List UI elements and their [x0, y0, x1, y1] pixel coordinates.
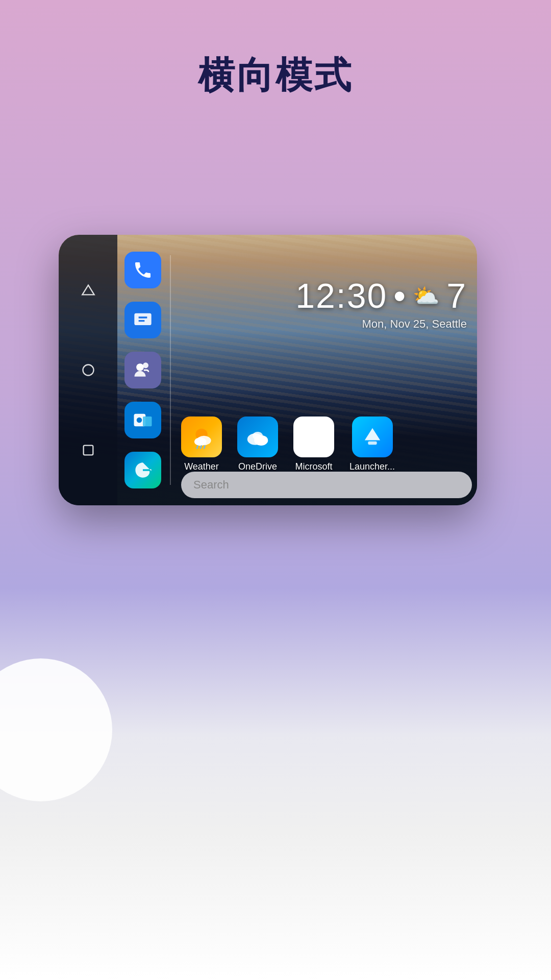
onedrive-grid-icon: [237, 416, 278, 457]
outlook-app-icon: [124, 402, 161, 438]
phone-icon: [133, 260, 153, 280]
clock-display: 12:30 • ⛅ 7: [295, 276, 467, 315]
svg-rect-3: [134, 313, 151, 325]
sidebar-app-phone[interactable]: [124, 252, 161, 288]
home-nav-button[interactable]: [77, 359, 99, 381]
teams-icon: [132, 359, 154, 381]
svg-rect-21: [368, 442, 377, 445]
clock-weather-area: 12:30 • ⛅ 7 Mon, Nov 25, Seattle: [295, 276, 467, 331]
square-icon: [81, 443, 95, 457]
edge-app-icon: [124, 452, 161, 488]
outlook-icon: [132, 409, 154, 431]
svg-point-13: [194, 437, 206, 446]
svg-point-7: [136, 363, 144, 371]
messages-icon: [133, 310, 153, 330]
svg-line-16: [204, 445, 205, 449]
teams-app-icon: [124, 352, 161, 388]
phone-app-icon: [124, 252, 161, 288]
onedrive-app-label: OneDrive: [238, 461, 277, 472]
weather-grid-icon: [181, 416, 222, 457]
grid-app-onedrive[interactable]: OneDrive: [237, 416, 278, 472]
grid-app-microsoft365[interactable]: Microsoft: [293, 416, 334, 472]
recents-nav-button[interactable]: [77, 439, 99, 461]
grid-app-weather[interactable]: Weather: [181, 416, 222, 472]
messages-app-icon: [124, 302, 161, 338]
svg-marker-0: [82, 285, 94, 295]
svg-rect-2: [83, 445, 93, 455]
microsoft365-app-label: Microsoft: [295, 461, 332, 472]
launcher-app-label: Launcher...: [349, 461, 395, 472]
microsoft365-grid-icon: [293, 416, 334, 457]
svg-point-19: [253, 432, 263, 440]
date-display: Mon, Nov 25, Seattle: [295, 317, 467, 331]
sidebar-app-messages[interactable]: [124, 302, 161, 338]
sidebar-divider: [170, 255, 171, 485]
search-bar[interactable]: Search: [181, 472, 472, 498]
svg-point-1: [83, 364, 93, 375]
circle-icon: [81, 363, 95, 377]
onedrive-app-graphic: [244, 423, 271, 451]
weather-app-graphic: [187, 423, 216, 451]
temperature-text: 7: [446, 276, 467, 315]
svg-point-10: [137, 418, 142, 423]
triangle-icon: [81, 283, 95, 297]
sidebar-app-teams[interactable]: [124, 352, 161, 388]
app-grid: Weather OneDrive Microsoft: [181, 416, 472, 472]
nav-sidebar: [59, 235, 117, 505]
grid-app-launcher[interactable]: Launcher...: [349, 416, 395, 472]
weather-app-label: Weather: [184, 461, 219, 472]
svg-line-14: [197, 445, 198, 449]
page-title: 横向模式: [0, 51, 551, 100]
sidebar-app-edge[interactable]: [124, 452, 161, 488]
weather-icon-inline: ⛅: [413, 283, 440, 308]
launcher-grid-icon: [352, 416, 393, 457]
back-nav-button[interactable]: [77, 279, 99, 301]
svg-marker-20: [364, 428, 380, 440]
edge-icon: [132, 459, 154, 481]
search-placeholder-text: Search: [193, 478, 229, 492]
time-text: 12:30: [295, 276, 387, 315]
svg-rect-9: [143, 416, 152, 426]
decorative-blob: [0, 658, 112, 801]
launcher-app-graphic: [359, 424, 386, 450]
sidebar-app-outlook[interactable]: [124, 402, 161, 438]
phone-mockup: 12:30 • ⛅ 7 Mon, Nov 25, Seattle Weat: [59, 235, 477, 505]
time-separator: •: [393, 276, 407, 315]
sidebar-app-column: [120, 235, 166, 505]
